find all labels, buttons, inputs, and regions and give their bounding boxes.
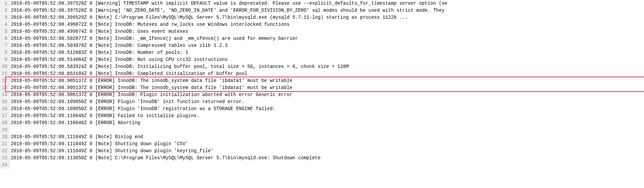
log-line[interactable]: 2018-05-09T05:52:08.583924Z 0 [Note] Inn… bbox=[11, 63, 644, 70]
line-number: 10 bbox=[1, 63, 7, 70]
line-number: 21 bbox=[1, 140, 7, 148]
log-line[interactable]: 2018-05-09T05:52:08.853104Z 0 [Note] Inn… bbox=[11, 70, 644, 77]
log-line[interactable]: 2018-05-09T05:52:08.496872Z 0 [Note] Inn… bbox=[11, 21, 644, 28]
line-number: 16 bbox=[1, 105, 7, 112]
log-line[interactable]: 2018-05-09T05:52:08.512883Z 0 [Note] Inn… bbox=[11, 49, 644, 56]
line-number: 8 bbox=[1, 49, 7, 56]
log-line[interactable]: 2018-05-09T05:52:08.514884Z 0 [Note] Inn… bbox=[11, 56, 644, 63]
log-line[interactable]: 2018-05-09T05:52:09.109050Z 0 [ERROR] Pl… bbox=[11, 98, 644, 105]
log-line[interactable]: 2018-05-09T05:52:09.111049Z 0 [Note] Shu… bbox=[11, 148, 644, 155]
log-line[interactable]: 2018-05-09T05:52:08.905137Z 0 [ERROR] In… bbox=[11, 77, 644, 84]
editor-area: 123456789101112131415161718192021222324 … bbox=[0, 0, 644, 169]
log-line[interactable]: 2018-05-09T05:52:08.905137Z 0 [ERROR] In… bbox=[11, 84, 644, 91]
log-line[interactable]: 2018-05-09T05:52:08.502877Z 0 [Note] Inn… bbox=[11, 35, 644, 42]
log-line[interactable] bbox=[11, 126, 644, 133]
line-number: 12 bbox=[1, 77, 7, 84]
line-number: 3 bbox=[1, 14, 7, 21]
log-content[interactable]: 2018-05-09T05:52:08.397528Z 0 [Warning] … bbox=[10, 0, 644, 169]
log-line[interactable]: 2018-05-09T05:52:08.397528Z 0 [Warning] … bbox=[11, 0, 644, 7]
log-line[interactable]: 2018-05-09T05:52:09.113050Z 0 [Note] C:\… bbox=[11, 155, 644, 162]
line-number: 18 bbox=[1, 119, 7, 126]
line-number: 1 bbox=[1, 0, 7, 7]
line-number: 15 bbox=[1, 98, 7, 105]
line-number: 17 bbox=[1, 112, 7, 119]
log-line[interactable]: 2018-05-09T05:52:09.110048Z 0 [ERROR] Ab… bbox=[11, 119, 644, 126]
line-number-gutter: 123456789101112131415161718192021222324 bbox=[0, 0, 10, 169]
log-line[interactable]: 2018-05-09T05:52:08.399529Z 0 [Note] C:\… bbox=[11, 14, 644, 21]
line-number: 20 bbox=[1, 133, 7, 140]
line-number: 9 bbox=[1, 56, 7, 63]
log-line[interactable]: 2018-05-09T05:52:08.397528Z 0 [Warning] … bbox=[11, 7, 644, 14]
log-line[interactable]: 2018-05-09T05:52:08.906137Z 0 [ERROR] In… bbox=[11, 91, 644, 98]
log-line[interactable]: 2018-05-09T05:52:09.111049Z 0 [Note] Shu… bbox=[11, 140, 644, 148]
log-viewer: 123456789101112131415161718192021222324 … bbox=[0, 0, 644, 169]
log-line[interactable] bbox=[11, 162, 644, 169]
line-number: 13 bbox=[1, 84, 7, 91]
log-line[interactable]: 2018-05-09T05:52:09.109050Z 0 [ERROR] Pl… bbox=[11, 105, 644, 112]
line-number: 14 bbox=[1, 91, 7, 98]
log-line[interactable]: 2018-05-09T05:52:08.503878Z 0 [Note] Inn… bbox=[11, 42, 644, 49]
line-number: 24 bbox=[1, 162, 7, 169]
line-number: 22 bbox=[1, 148, 7, 155]
line-number: 11 bbox=[1, 70, 7, 77]
line-number: 23 bbox=[1, 155, 7, 162]
line-number: 5 bbox=[1, 28, 7, 35]
log-line[interactable]: 2018-05-09T05:52:09.110048Z 0 [ERROR] Fa… bbox=[11, 112, 644, 119]
log-line[interactable]: 2018-05-09T05:52:08.499874Z 0 [Note] Inn… bbox=[11, 28, 644, 35]
line-number: 19 bbox=[1, 126, 7, 133]
log-line[interactable]: 2018-05-09T05:52:09.111049Z 0 [Note] Bin… bbox=[11, 133, 644, 140]
line-number: 2 bbox=[1, 7, 7, 14]
line-number: 4 bbox=[1, 21, 7, 28]
line-number: 6 bbox=[1, 35, 7, 42]
line-number: 7 bbox=[1, 42, 7, 49]
